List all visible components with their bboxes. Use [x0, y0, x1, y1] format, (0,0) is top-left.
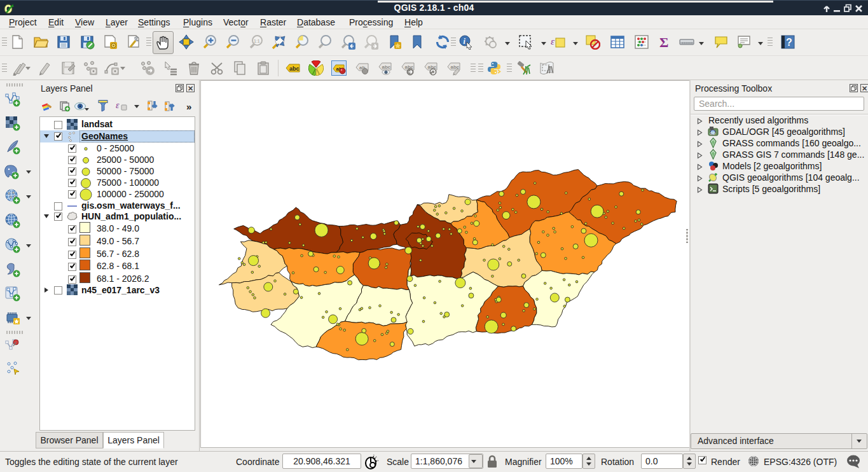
svg-text:abc: abc [451, 64, 460, 70]
svg-text:ε: ε [116, 101, 120, 110]
svg-text:GD: GD [710, 132, 716, 135]
svg-text:1:1: 1:1 [254, 39, 260, 43]
svg-text:ε: ε [551, 36, 555, 46]
svg-text:abc: abc [289, 66, 300, 72]
svg-text:?: ? [786, 37, 792, 48]
svg-text:Σ: Σ [659, 34, 668, 50]
svg-text:abc: abc [382, 64, 391, 70]
